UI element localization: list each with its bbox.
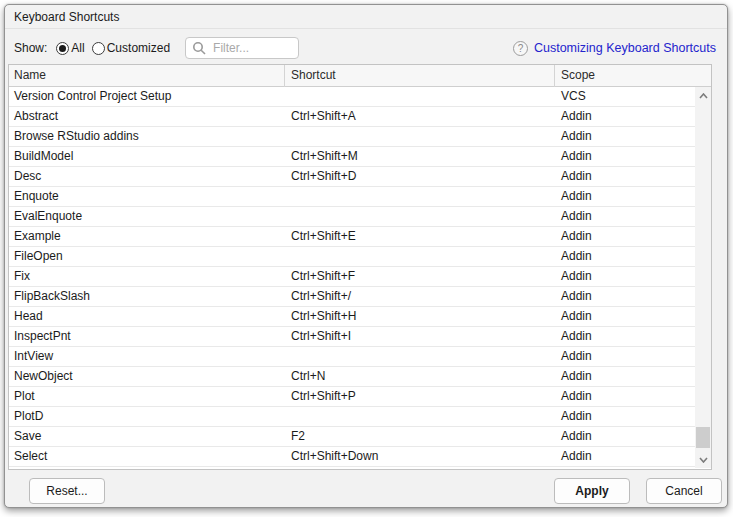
table-row[interactable]: PlotDAddin xyxy=(9,407,711,427)
cell-scope: Addin xyxy=(561,429,592,443)
reset-button[interactable]: Reset... xyxy=(29,478,105,504)
table-row[interactable]: AbstractCtrl+Shift+AAddin xyxy=(9,107,711,127)
cell-name: Example xyxy=(14,229,61,243)
column-separator xyxy=(554,65,555,87)
table-row[interactable]: FixCtrl+Shift+FAddin xyxy=(9,267,711,287)
cell-scope: Addin xyxy=(561,389,592,403)
keyboard-shortcuts-dialog: Keyboard Shortcuts Show: All Customized … xyxy=(4,4,728,508)
column-header-scope[interactable]: Scope xyxy=(561,68,595,82)
cell-scope: Addin xyxy=(561,149,592,163)
table-row[interactable]: PlotCtrl+Shift+PAddin xyxy=(9,387,711,407)
table-row[interactable]: FileOpenAddin xyxy=(9,247,711,267)
table-row[interactable]: IntViewAddin xyxy=(9,347,711,367)
scrollbar-thumb[interactable] xyxy=(696,427,710,448)
table-row[interactable]: FlipBackSlashCtrl+Shift+/Addin xyxy=(9,287,711,307)
cell-shortcut: Ctrl+Shift+Down xyxy=(291,449,378,463)
cell-scope: Addin xyxy=(561,169,592,183)
cell-name: EvalEnquote xyxy=(14,209,82,223)
cell-name: IntView xyxy=(14,349,53,363)
cell-name: Fix xyxy=(14,269,30,283)
cell-shortcut: Ctrl+Shift+P xyxy=(291,389,356,403)
table-row[interactable]: BuildModelCtrl+Shift+MAddin xyxy=(9,147,711,167)
cell-name: FileOpen xyxy=(14,249,63,263)
cell-name: PlotD xyxy=(14,409,43,423)
customizing-shortcuts-link[interactable]: Customizing Keyboard Shortcuts xyxy=(534,41,716,55)
cell-scope: Addin xyxy=(561,289,592,303)
cell-scope: Addin xyxy=(561,129,592,143)
show-label: Show: xyxy=(14,41,47,55)
cell-name: Version Control Project Setup xyxy=(14,89,171,103)
cell-name: Save xyxy=(14,429,41,443)
cell-name: Enquote xyxy=(14,189,59,203)
cell-scope: Addin xyxy=(561,449,592,463)
table-row[interactable]: NewObjectCtrl+NAddin xyxy=(9,367,711,387)
cell-scope: Addin xyxy=(561,109,592,123)
cell-shortcut: Ctrl+Shift+D xyxy=(291,169,356,183)
cancel-button[interactable]: Cancel xyxy=(646,478,722,504)
table-row[interactable]: ExampleCtrl+Shift+EAddin xyxy=(9,227,711,247)
radio-all[interactable]: All xyxy=(56,41,84,55)
cell-name: BuildModel xyxy=(14,149,73,163)
table-row[interactable]: Browse RStudio addinsAddin xyxy=(9,127,711,147)
table-header: Name Shortcut Scope xyxy=(9,65,711,87)
cell-name: Abstract xyxy=(14,109,58,123)
scroll-up-icon[interactable] xyxy=(695,88,711,103)
radio-all-label[interactable]: All xyxy=(71,41,84,55)
table-row[interactable]: InspectPntCtrl+Shift+IAddin xyxy=(9,327,711,347)
radio-customized-label[interactable]: Customized xyxy=(107,41,170,55)
table-row[interactable]: SaveF2Addin xyxy=(9,427,711,447)
cell-scope: Addin xyxy=(561,189,592,203)
table-row[interactable]: EnquoteAddin xyxy=(9,187,711,207)
radio-customized-circle[interactable] xyxy=(92,42,105,55)
table-row[interactable]: HeadCtrl+Shift+HAddin xyxy=(9,307,711,327)
table-row[interactable]: DescCtrl+Shift+DAddin xyxy=(9,167,711,187)
cell-name: NewObject xyxy=(14,369,73,383)
cell-name: FlipBackSlash xyxy=(14,289,90,303)
shortcuts-table: Name Shortcut Scope Version Control Proj… xyxy=(8,64,712,470)
vertical-scrollbar[interactable] xyxy=(695,87,711,468)
cell-name: InspectPnt xyxy=(14,329,71,343)
dialog-title: Keyboard Shortcuts xyxy=(14,10,119,24)
cell-shortcut: Ctrl+N xyxy=(291,369,325,383)
cell-shortcut: Ctrl+Shift+E xyxy=(291,229,356,243)
cell-scope: VCS xyxy=(561,89,586,103)
cell-scope: Addin xyxy=(561,409,592,423)
cell-scope: Addin xyxy=(561,309,592,323)
cell-shortcut: Ctrl+Shift+I xyxy=(291,329,351,343)
cell-name: Head xyxy=(14,309,43,323)
cell-shortcut: Ctrl+Shift+F xyxy=(291,269,355,283)
cell-name: Select xyxy=(14,449,47,463)
radio-customized[interactable]: Customized xyxy=(92,41,170,55)
cell-shortcut: Ctrl+Shift+M xyxy=(291,149,358,163)
table-rows: Version Control Project SetupVCSAbstract… xyxy=(9,87,711,467)
column-header-shortcut[interactable]: Shortcut xyxy=(291,68,336,82)
cell-scope: Addin xyxy=(561,209,592,223)
cell-scope: Addin xyxy=(561,329,592,343)
search-icon xyxy=(192,41,206,55)
cell-shortcut: Ctrl+Shift+/ xyxy=(291,289,351,303)
cell-scope: Addin xyxy=(561,369,592,383)
table-body: Version Control Project SetupVCSAbstract… xyxy=(9,87,711,468)
cell-shortcut: Ctrl+Shift+H xyxy=(291,309,356,323)
cell-scope: Addin xyxy=(561,229,592,243)
cell-shortcut: Ctrl+Shift+A xyxy=(291,109,356,123)
cell-scope: Addin xyxy=(561,269,592,283)
apply-button[interactable]: Apply xyxy=(554,478,630,504)
cell-shortcut: F2 xyxy=(291,429,305,443)
cell-name: Browse RStudio addins xyxy=(14,129,139,143)
scroll-down-icon[interactable] xyxy=(695,452,711,467)
table-row[interactable]: SelectCtrl+Shift+DownAddin xyxy=(9,447,711,467)
filter-wrap xyxy=(185,37,299,59)
radio-all-circle[interactable] xyxy=(56,42,69,55)
help-icon[interactable]: ? xyxy=(513,41,528,56)
dialog-titlebar[interactable]: Keyboard Shortcuts xyxy=(5,5,727,29)
cell-name: Desc xyxy=(14,169,41,183)
cell-scope: Addin xyxy=(561,249,592,263)
cell-scope: Addin xyxy=(561,349,592,363)
toolbar: Show: All Customized ? Customizing Keybo… xyxy=(14,36,716,60)
table-row[interactable]: EvalEnquoteAddin xyxy=(9,207,711,227)
column-header-name[interactable]: Name xyxy=(14,68,46,82)
table-row[interactable]: Version Control Project SetupVCS xyxy=(9,87,711,107)
help-area: ? Customizing Keyboard Shortcuts xyxy=(513,41,716,56)
column-separator xyxy=(284,65,285,87)
